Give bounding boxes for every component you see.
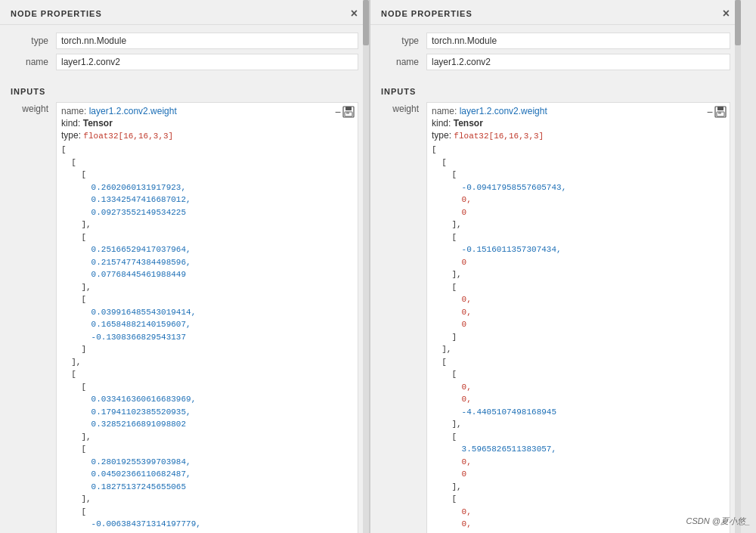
panel-title: NODE PROPERTIES xyxy=(381,9,472,18)
weight-label: weight xyxy=(11,102,48,533)
scrollbar[interactable] xyxy=(735,0,741,533)
weight-content: − name: layer1.2.conv2.weightkind: Tenso… xyxy=(56,102,358,533)
name-value: layer1.2.conv2 xyxy=(56,54,358,70)
tensor-data: [ [ [ -0.09417958557605743, 0, 0 ], [ -0… xyxy=(432,144,725,533)
inputs-area: weight− name: layer1.2.conv2.weightkind:… xyxy=(0,99,369,533)
input-type: type: float32[16,16,3,3] xyxy=(61,130,353,141)
collapse-button[interactable]: − xyxy=(707,106,713,118)
type-label: type xyxy=(381,36,419,46)
panel-title: NODE PROPERTIES xyxy=(11,9,102,18)
weight-input-block: weight− name: layer1.2.conv2.weightkind:… xyxy=(11,102,358,533)
save-icon[interactable] xyxy=(342,106,355,118)
type-row: typetorch.nn.Module xyxy=(381,33,730,49)
panel-right: NODE PROPERTIES×typetorch.nn.Modulenamel… xyxy=(370,0,741,533)
input-kind: kind: Tensor xyxy=(432,118,725,129)
type-row: typetorch.nn.Module xyxy=(11,33,358,49)
scrollbar-thumb[interactable] xyxy=(363,0,369,45)
panel-header: NODE PROPERTIES× xyxy=(0,0,369,25)
input-type: type: float32[16,16,3,3] xyxy=(432,130,725,141)
close-button[interactable]: × xyxy=(351,8,358,20)
weight-content: − name: layer1.2.conv2.weightkind: Tenso… xyxy=(426,102,730,533)
type-value: torch.nn.Module xyxy=(56,33,358,49)
properties-area: typetorch.nn.Modulenamelayer1.2.conv2 xyxy=(0,25,369,82)
close-button[interactable]: × xyxy=(723,8,730,20)
tensor-data: [ [ [ 0.2602060131917923, 0.133425474166… xyxy=(61,144,353,533)
svg-rect-7 xyxy=(718,112,721,114)
save-icon[interactable] xyxy=(714,106,727,118)
inputs-area: weight− name: layer1.2.conv2.weightkind:… xyxy=(370,99,741,533)
scrollbar[interactable] xyxy=(363,0,369,533)
type-value: torch.nn.Module xyxy=(426,33,730,49)
input-name: name: layer1.2.conv2.weight xyxy=(432,106,725,116)
type-label: type xyxy=(11,36,48,46)
name-row: namelayer1.2.conv2 xyxy=(381,54,730,70)
input-name: name: layer1.2.conv2.weight xyxy=(61,106,353,116)
weight-input-block: weight− name: layer1.2.conv2.weightkind:… xyxy=(381,102,730,533)
watermark: CSDN @夏小悠_ xyxy=(686,516,750,527)
input-kind: kind: Tensor xyxy=(61,118,353,129)
inputs-section-header: INPUTS xyxy=(370,82,741,99)
properties-area: typetorch.nn.Modulenamelayer1.2.conv2 xyxy=(370,25,741,82)
svg-rect-3 xyxy=(346,112,349,114)
collapse-button[interactable]: − xyxy=(335,106,341,118)
name-label: name xyxy=(11,57,48,67)
scrollbar-thumb[interactable] xyxy=(735,0,741,45)
name-label: name xyxy=(381,57,419,67)
weight-label: weight xyxy=(381,102,419,533)
svg-rect-1 xyxy=(345,107,352,110)
inputs-section-header: INPUTS xyxy=(0,82,369,99)
name-row: namelayer1.2.conv2 xyxy=(11,54,358,70)
svg-rect-5 xyxy=(717,107,723,110)
name-value: layer1.2.conv2 xyxy=(426,54,730,70)
panel-left: NODE PROPERTIES×typetorch.nn.Modulenamel… xyxy=(0,0,370,533)
panel-header: NODE PROPERTIES× xyxy=(370,0,741,25)
